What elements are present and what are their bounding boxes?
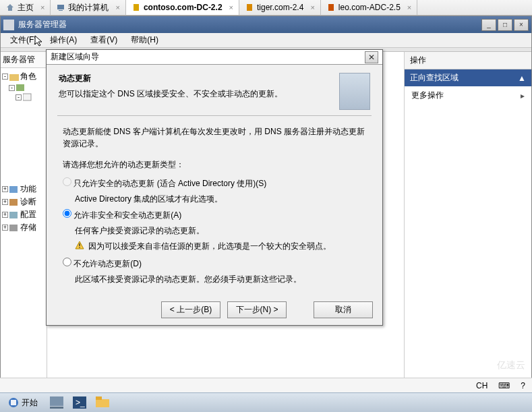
actions-panel: 操作 正向查找区域 ▲ 更多操作 ▸	[404, 52, 531, 389]
tab-close-icon[interactable]: ×	[407, 3, 411, 11]
tab-label: contoso.com-DC-2.2	[144, 3, 223, 12]
tree-item-storage[interactable]: + 存储	[2, 221, 45, 234]
radio-nonsecure-and-secure[interactable]: 允许非安全和安全动态更新(A)	[63, 209, 366, 221]
expand-icon[interactable]: +	[2, 199, 8, 205]
tab-label: 我的计算机	[68, 2, 109, 13]
collapse-icon[interactable]: -	[2, 73, 8, 80]
tree-item-config[interactable]: + 配置	[2, 208, 45, 221]
tree-item[interactable]: -	[9, 83, 45, 92]
home-icon	[5, 3, 15, 12]
menu-file[interactable]: 文件(F)	[3, 33, 43, 47]
radio-desc: 任何客户接受资源记录的动态更新。	[75, 225, 366, 237]
tab-home[interactable]: 主页 ×	[0, 0, 51, 15]
tab-close-icon[interactable]: ×	[310, 3, 314, 11]
dialog-heading: 动态更新	[59, 73, 332, 84]
close-button[interactable]: ×	[514, 19, 529, 31]
folder-icon	[9, 73, 19, 81]
svg-rect-20	[96, 396, 102, 400]
ime-help-icon[interactable]: ?	[518, 381, 528, 390]
menu-help[interactable]: 帮助(H)	[124, 33, 165, 47]
expand-icon[interactable]: +	[2, 212, 8, 218]
menu-action[interactable]: 操作(A)	[43, 33, 84, 47]
menubar: 文件(F) 操作(A) 查看(V) 帮助(H)	[1, 33, 531, 48]
maximize-button[interactable]: □	[498, 19, 512, 31]
nav-tree-panel: 服务器管 - 角色 - - + 功	[1, 52, 47, 389]
radio-desc: Active Directory 集成的区域才有此选项。	[75, 194, 366, 205]
dialog-title: 新建区域向导	[51, 51, 365, 63]
collapse-icon[interactable]: -	[16, 94, 22, 100]
radio-input	[63, 177, 71, 186]
dialog-prompt: 请选择您想允许的动态更新类型：	[63, 159, 366, 171]
chevron-right-icon: ▸	[521, 91, 525, 100]
next-button[interactable]: 下一步(N) >	[227, 301, 287, 318]
svg-rect-19	[96, 399, 109, 407]
task-powershell[interactable]: >_	[70, 395, 89, 410]
tab-close-icon[interactable]: ×	[229, 3, 233, 11]
actions-section[interactable]: 正向查找区域 ▲	[405, 69, 531, 86]
app-icon	[3, 20, 14, 30]
radio-input[interactable]	[63, 209, 71, 218]
folder-icon	[9, 224, 19, 232]
svg-rect-15	[50, 396, 63, 406]
svg-rect-3	[247, 4, 252, 11]
tree-label: 诊断	[20, 196, 36, 208]
menu-view[interactable]: 查看(V)	[84, 33, 124, 47]
tab-tiger[interactable]: tiger.com-2.4 ×	[239, 0, 321, 15]
svg-rect-5	[9, 74, 19, 81]
node-icon	[16, 84, 26, 92]
tab-contoso[interactable]: contoso.com-DC-2.2 ×	[126, 0, 239, 15]
cancel-button[interactable]: 取消	[314, 301, 373, 318]
dialog-titlebar: 新建区域向导 ✕	[47, 50, 382, 65]
collapse-icon: ▲	[518, 73, 526, 83]
svg-rect-11	[9, 225, 18, 231]
minimize-button[interactable]: _	[481, 19, 496, 31]
watermark: 亿速云	[497, 359, 525, 372]
task-explorer[interactable]	[93, 395, 112, 410]
server-icon	[131, 3, 141, 12]
radio-secure-only[interactable]: 只允许安全的动态更新 (适合 Active Directory 使用)(S)	[63, 177, 366, 189]
collapse-icon[interactable]: -	[9, 85, 15, 91]
tab-close-icon[interactable]: ×	[115, 3, 119, 11]
more-actions[interactable]: 更多操作 ▸	[405, 86, 531, 105]
tree-item-roles[interactable]: - 角色	[2, 70, 45, 83]
expand-icon[interactable]: +	[2, 186, 8, 192]
wizard-image	[339, 73, 370, 110]
task-servermgr[interactable]	[47, 395, 66, 410]
folder-icon	[9, 185, 19, 194]
svg-rect-12	[79, 243, 80, 246]
tree: - 角色 - - + 功能 +	[1, 68, 47, 236]
tree-item-features[interactable]: + 功能	[2, 183, 45, 196]
tab-leo[interactable]: leo.com-ADC-2.5 ×	[321, 0, 417, 15]
tree-label: 功能	[20, 183, 36, 195]
folder-icon	[9, 198, 19, 206]
back-button[interactable]: < 上一步(B)	[161, 301, 220, 318]
start-button[interactable]: 开始	[3, 396, 43, 410]
tree-label: 配置	[20, 209, 36, 220]
titlebar: 服务器管理器 _ □ ×	[1, 16, 531, 33]
radio-no-dynamic[interactable]: 不允许动态更新(D)	[63, 258, 366, 270]
svg-rect-1	[59, 10, 63, 11]
action-label: 更多操作	[411, 90, 444, 101]
svg-rect-7	[23, 94, 31, 100]
server-icon	[245, 3, 254, 12]
radio-label: 允许非安全和安全动态更新(A)	[73, 210, 181, 220]
svg-rect-0	[57, 5, 64, 9]
window-title: 服务器管理器	[18, 19, 67, 30]
tree-item-diag[interactable]: + 诊断	[2, 196, 45, 208]
dialog-close-button[interactable]: ✕	[365, 51, 378, 63]
svg-rect-8	[9, 186, 18, 193]
tree-item[interactable]: -	[16, 92, 45, 102]
radio-input[interactable]	[63, 258, 71, 266]
expand-icon[interactable]: +	[2, 225, 8, 231]
folder-icon	[9, 211, 19, 219]
radio-desc: 此区域不接受资源记录的动态更新。您必须手动更新这些记录。	[75, 274, 366, 285]
radio-label: 只允许安全的动态更新 (适合 Active Directory 使用)(S)	[73, 179, 266, 188]
tab-close-icon[interactable]: ×	[40, 3, 45, 11]
tab-mycomputer[interactable]: 我的计算机 ×	[51, 0, 125, 15]
svg-rect-13	[79, 247, 80, 247]
ime-keyboard-icon[interactable]: ⌨	[496, 381, 512, 390]
ime-lang[interactable]: CH	[473, 381, 490, 390]
svg-rect-4	[328, 4, 334, 11]
browser-tabbar: 主页 × 我的计算机 × contoso.com-DC-2.2 × tiger.…	[0, 0, 532, 16]
svg-rect-9	[9, 199, 18, 206]
